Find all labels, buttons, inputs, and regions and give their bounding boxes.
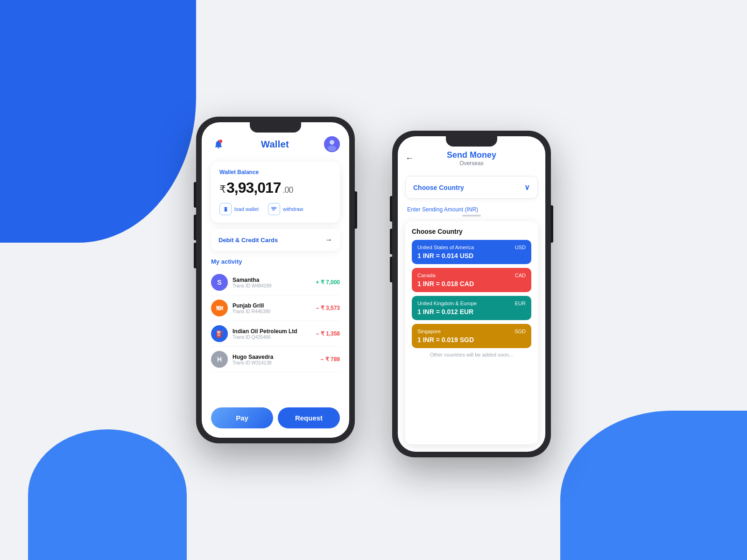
svg-point-3 [328,146,336,151]
activity-name: Samantha [233,277,316,283]
activity-trans: Trans ID W314138 [233,360,321,365]
country-uk-currency: EUR [515,301,526,306]
withdraw-icon [268,203,280,215]
notch [250,122,301,133]
activity-item-hugo[interactable]: H Hugo Saavedra Trans ID W314138 – ₹ 789 [211,347,340,372]
country-canada-name: Canada [417,273,436,278]
country-option-usa[interactable]: United States of America USD 1 INR = 0.0… [412,240,531,264]
more-countries-text: Other countries will be added soon... [412,352,531,357]
activity-name: Indian Oil Petroleum Ltd [233,328,316,335]
country-option-singapore[interactable]: Singapore SGD 1 INR = 0.019 SGD [412,324,531,348]
balance-amount: ₹ 3,93,017 .00 [219,179,331,196]
activity-amount: – ₹ 1,358 [316,330,340,337]
activity-name: Hugo Saavedra [233,354,321,360]
withdraw-button[interactable]: withdraw [268,203,303,215]
cards-label: Debit & Credit Cards [218,237,278,244]
activity-icon-ioc: ⛽ [211,325,228,342]
phones-container: Wallet Wallet Balance ₹ 3,93,017 [0,0,747,560]
balance-card: Wallet Balance ₹ 3,93,017 .00 [211,161,340,223]
activity-amount: – ₹ 3,573 [316,305,340,311]
country-uk-header: United Kingdom & Europe EUR [417,301,526,306]
activity-icon-samantha: S [211,274,228,291]
balance-actions: load wallet withdraw [219,203,331,215]
wallet-title: Wallet [261,139,289,150]
activity-trans: Trans ID W484289 [233,283,316,288]
balance-value: 3,93,017 [226,179,281,196]
activity-info-punjab: Punjab Grill Trans ID R446390 [233,302,316,314]
country-singapore-header: Singapore SGD [417,329,526,334]
activity-list: S Samantha Trans ID W484289 + ₹ 7,000 🍽 … [211,270,340,402]
back-button[interactable]: ← [405,154,414,163]
load-wallet-button[interactable]: load wallet [219,203,259,215]
balance-decimal: .00 [283,185,293,195]
send-title-sub: Overseas [447,160,496,167]
svg-point-0 [219,140,222,143]
country-usa-name: United States of America [417,245,474,250]
notch [446,136,497,147]
activity-item-punjab[interactable]: 🍽 Punjab Grill Trans ID R446390 – ₹ 3,57… [211,295,340,321]
activity-item-ioc[interactable]: ⛽ Indian Oil Petroleum Ltd Trans ID Q435… [211,321,340,347]
activity-info-ioc: Indian Oil Petroleum Ltd Trans ID Q43546… [233,328,316,340]
activity-trans: Trans ID R446390 [233,309,316,314]
country-uk-name: United Kingdom & Europe [417,301,477,306]
dropdown-title: Choose Country [412,228,531,235]
activity-trans: Trans ID Q435466 [233,335,316,340]
sending-amount-label: Enter Sending Amount (INR) [405,206,538,213]
country-singapore-rate: 1 INR = 0.019 SGD [417,336,526,343]
country-singapore-name: Singapore [417,329,441,334]
svg-point-2 [330,140,334,145]
choose-country-dropdown[interactable]: Choose Country ∨ [405,176,538,199]
chevron-down-icon: ∨ [524,183,530,192]
cards-arrow-icon: → [325,236,332,244]
cards-row[interactable]: Debit & Credit Cards → [211,229,340,251]
country-usa-currency: USD [515,245,526,250]
send-money-phone: ← Send Money Overseas Choose Country ∨ E… [392,131,551,457]
wallet-phone: Wallet Wallet Balance ₹ 3,93,017 [196,117,355,443]
pay-button[interactable]: Pay [211,407,273,428]
send-title-main: Send Money [447,150,496,160]
dropdown-handle [462,215,481,217]
withdraw-label: withdraw [283,206,303,212]
activity-icon-hugo: H [211,351,228,368]
wallet-screen-content: Wallet Wallet Balance ₹ 3,93,017 [202,122,349,438]
country-canada-rate: 1 INR = 0.018 CAD [417,280,526,287]
country-singapore-currency: SGD [514,329,526,334]
activity-info-samantha: Samantha Trans ID W484289 [233,277,316,288]
activity-amount: + ₹ 7,000 [316,279,340,286]
activity-amount: – ₹ 789 [321,356,340,363]
activity-name: Punjab Grill [233,302,316,309]
user-avatar [324,136,340,152]
wallet-header: Wallet [211,136,340,152]
country-uk-rate: 1 INR = 0.012 EUR [417,308,526,315]
country-option-canada[interactable]: Canada CAD 1 INR = 0.018 CAD [412,268,531,292]
wallet-bottom-actions: Pay Request [211,402,340,430]
choose-country-text: Choose Country [413,184,464,191]
load-wallet-label: load wallet [234,206,259,212]
balance-label: Wallet Balance [219,169,331,175]
send-title: Send Money Overseas [447,150,496,167]
activity-info-hugo: Hugo Saavedra Trans ID W314138 [233,354,321,365]
country-dropdown-expanded: Choose Country United States of America … [405,221,538,444]
wallet-screen: Wallet Wallet Balance ₹ 3,93,017 [202,122,349,438]
country-canada-header: Canada CAD [417,273,526,278]
country-usa-rate: 1 INR = 0.014 USD [417,252,526,259]
send-screen-content: ← Send Money Overseas Choose Country ∨ E… [398,136,545,452]
request-button[interactable]: Request [278,407,340,428]
load-wallet-icon [219,203,232,215]
country-canada-currency: CAD [515,273,526,278]
country-usa-header: United States of America USD [417,245,526,250]
send-header: ← Send Money Overseas [405,150,538,167]
activity-icon-punjab: 🍽 [211,300,228,316]
send-money-screen: ← Send Money Overseas Choose Country ∨ E… [398,136,545,452]
bell-icon [211,137,226,152]
country-option-uk[interactable]: United Kingdom & Europe EUR 1 INR = 0.01… [412,296,531,320]
activity-section-label: My activity [211,258,340,265]
currency-symbol: ₹ [219,183,226,196]
activity-item-samantha[interactable]: S Samantha Trans ID W484289 + ₹ 7,000 [211,270,340,295]
